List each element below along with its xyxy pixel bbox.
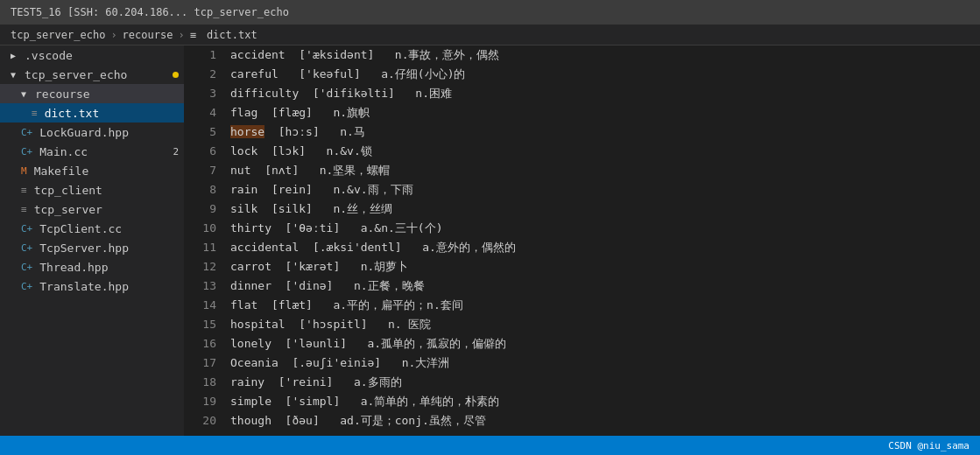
code-line-8: rain [rein] n.&v.雨，下雨 [230,180,980,200]
line-number-9: 9 [184,200,216,219]
code-line-17: Oceania [.əuʃi'einiə] n.大洋洲 [230,354,980,373]
sidebar-item-tcp_server_echo[interactable]: ▼tcp_server_echo [0,65,184,84]
sidebar-item-recourse[interactable]: ▼recourse [0,84,184,103]
code-line-16: lonely ['ləunli] a.孤单的，孤寂的，偏僻的 [230,334,980,354]
sidebar-label-TcpServer.hpp: TcpServer.hpp [39,242,129,255]
title-bar: TEST5_16 [SSH: 60.204.186... tcp_server_… [0,0,980,24]
breadcrumb-part1[interactable]: tcp_server_echo [11,29,105,41]
file-icon-Makefile: M [21,165,27,177]
line-numbers: 1234567891011121314151617181920 [184,46,223,436]
line-number-15: 15 [184,315,216,334]
main-layout: ▶.vscode▼tcp_server_echo▼recourse≡dict.t… [0,46,980,436]
line-number-8: 8 [184,180,216,200]
sidebar-label-Thread.hpp: Thread.hpp [39,261,108,274]
sidebar-item-tcp_client[interactable]: ≡tcp_client [0,180,184,200]
line-number-18: 18 [184,373,216,392]
file-icon-Translate.hpp: C+ [21,281,32,292]
breadcrumb-part2[interactable]: recourse [123,29,173,41]
sidebar: ▶.vscode▼tcp_server_echo▼recourse≡dict.t… [0,46,184,436]
highlighted-word: horse [230,125,264,138]
line-number-17: 17 [184,354,216,373]
sidebar-item-tcp_server[interactable]: ≡tcp_server [0,200,184,219]
code-line-15: hospital ['hɔspitl] n. 医院 [230,315,980,334]
folder-arrow-recourse: ▼ [21,89,32,99]
line-number-2: 2 [184,65,216,84]
file-icon-tcp_server: ≡ [21,204,27,215]
code-line-1: accident ['æksidənt] n.事故，意外，偶然 [230,46,980,65]
line-number-10: 10 [184,219,216,238]
breadcrumb-sep2: › [178,29,184,41]
sidebar-label-tcp_client: tcp_client [34,184,102,197]
code-content: accident ['æksidənt] n.事故，意外，偶然careful [… [223,46,980,436]
code-line-11: accidental [.æksi'dentl] a.意外的，偶然的 [230,238,980,257]
breadcrumb-sep1: › [110,29,116,41]
line-number-14: 14 [184,296,216,315]
sidebar-item-Makefile[interactable]: MMakefile [0,161,184,180]
line-number-11: 11 [184,238,216,257]
sidebar-label-Translate.hpp: Translate.hpp [39,280,129,293]
line-number-12: 12 [184,257,216,276]
line-number-7: 7 [184,161,216,180]
sidebar-item-TcpClient.cc[interactable]: C+TcpClient.cc [0,219,184,238]
line-number-5: 5 [184,122,216,142]
file-icon-tcp_client: ≡ [21,185,27,196]
file-icon-Main.cc: C+ [21,146,32,158]
sidebar-label-Makefile: Makefile [34,164,89,178]
sidebar-item-Main.cc[interactable]: C+Main.cc2 [0,142,184,161]
line-number-6: 6 [184,142,216,161]
code-line-7: nut [nʌt] n.坚果，螺帽 [230,161,980,180]
code-line-9: silk [silk] n.丝，丝绸 [230,200,980,219]
line-number-13: 13 [184,276,216,296]
number-badge-Main.cc: 2 [173,146,179,158]
breadcrumb-bar: tcp_server_echo › recourse › ≡ dict.txt [0,24,980,46]
line-number-16: 16 [184,334,216,354]
folder-arrow-tcp_server_echo: ▼ [11,70,21,80]
sidebar-item-TcpServer.hpp[interactable]: C+TcpServer.hpp [0,238,184,257]
code-line-4: flag [flæg] n.旗帜 [230,103,980,122]
line-number-20: 20 [184,411,216,430]
sidebar-label-tcp_server: tcp_server [34,203,102,216]
line-number-19: 19 [184,392,216,411]
code-line-10: thirty ['θəːti] a.&n.三十(个) [230,219,980,238]
status-right: CSDN @niu_sama [888,440,969,452]
line-number-3: 3 [184,84,216,103]
sidebar-item-Translate.hpp[interactable]: C+Translate.hpp [0,276,184,296]
code-line-6: lock [lɔk] n.&v.锁 [230,142,980,161]
line-number-1: 1 [184,46,216,65]
code-line-3: difficulty ['difikəlti] n.困难 [230,84,980,103]
sidebar-label-dict.txt: dict.txt [45,107,100,120]
sidebar-label-tcp_server_echo: tcp_server_echo [25,68,127,81]
breadcrumb-icon: ≡ [190,29,196,41]
file-icon-LockGuard.hpp: C+ [21,127,32,138]
code-line-14: flat [flæt] a.平的，扁平的；n.套间 [230,296,980,315]
title-text: TEST5_16 [SSH: 60.204.186... tcp_server_… [11,6,289,18]
code-line-12: carrot ['kærət] n.胡萝卜 [230,257,980,276]
code-line-19: simple ['simpl] a.简单的，单纯的，朴素的 [230,392,980,411]
code-line-13: dinner ['dinə] n.正餐，晚餐 [230,276,980,296]
file-icon-Thread.hpp: C+ [21,262,32,273]
folder-arrow-vscode: ▶ [11,51,21,60]
sidebar-label-LockGuard.hpp: LockGuard.hpp [39,126,129,139]
code-line-20: though [ðəu] ad.可是；conj.虽然，尽管 [230,411,980,430]
line-number-4: 4 [184,103,216,122]
file-icon-TcpClient.cc: C+ [21,223,32,234]
sidebar-label-TcpClient.cc: TcpClient.cc [39,222,122,235]
file-icon-dict.txt: ≡ [32,108,38,119]
sidebar-item-Thread.hpp[interactable]: C+Thread.hpp [0,257,184,276]
file-icon-TcpServer.hpp: C+ [21,242,32,254]
code-line-18: rainy ['reini] a.多雨的 [230,373,980,392]
editor: 1234567891011121314151617181920 accident… [184,46,980,436]
status-bar: CSDN @niu_sama [0,436,980,455]
sidebar-item-dict.txt[interactable]: ≡dict.txt [0,103,184,122]
sidebar-label-Main.cc: Main.cc [39,145,88,158]
code-line-2: careful ['keəful] a.仔细(小心)的 [230,65,980,84]
sidebar-item-LockGuard.hpp[interactable]: C+LockGuard.hpp [0,122,184,142]
sidebar-label-vscode: .vscode [25,49,73,62]
dot-badge-tcp_server_echo [173,72,179,78]
breadcrumb-part3[interactable]: dict.txt [207,29,257,41]
code-line-5: horse [hɔːs] n.马 [230,122,980,142]
sidebar-item-vscode[interactable]: ▶.vscode [0,46,184,65]
sidebar-label-recourse: recourse [35,88,90,101]
